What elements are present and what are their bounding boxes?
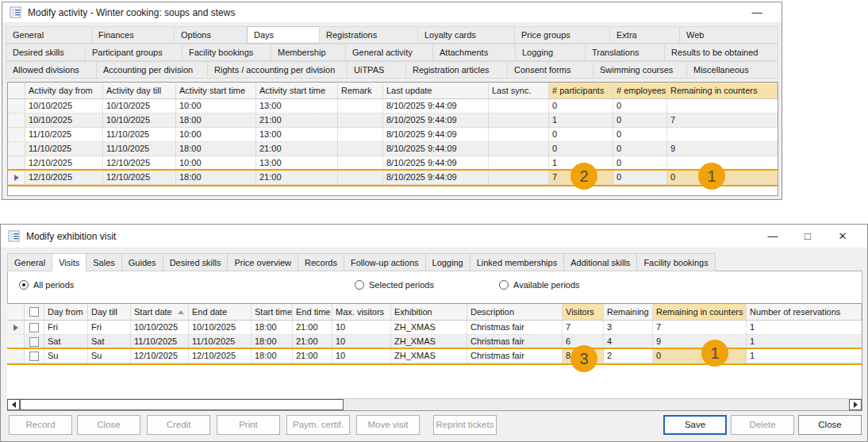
cell[interactable]: Sat xyxy=(88,335,131,348)
column-header[interactable]: Activity start time xyxy=(176,83,256,98)
cell[interactable]: 18:00 xyxy=(176,142,256,156)
payment-certificate-button[interactable]: Paym. certif. xyxy=(286,415,350,435)
cell[interactable]: 1 xyxy=(747,335,862,348)
save-button[interactable]: Save xyxy=(663,415,727,435)
cell[interactable]: ZH_XMAS xyxy=(391,335,467,348)
activity-row[interactable]: 10/10/2025 10/10/2025 18:00 21:00 8/10/2… xyxy=(8,113,778,128)
cell[interactable]: 10:00 xyxy=(176,99,256,113)
row-selector-cell[interactable] xyxy=(8,171,25,184)
close-button[interactable]: ✕ xyxy=(825,225,860,248)
cell[interactable] xyxy=(667,99,778,113)
cell[interactable]: 13:00 xyxy=(256,99,338,113)
credit-button[interactable]: Credit xyxy=(147,415,210,435)
tab-desired-skills[interactable]: Desired skills xyxy=(6,44,85,61)
cell[interactable]: 12/10/2025 xyxy=(131,349,189,363)
cell-reservations[interactable]: 1 xyxy=(747,349,862,363)
cell[interactable]: 10/10/2025 xyxy=(25,113,103,127)
tab-desired-skills[interactable]: Desired skills xyxy=(163,253,228,271)
tab-accounting-per-division[interactable]: Accounting per division xyxy=(96,61,207,79)
tab-translations[interactable]: Translations xyxy=(585,44,664,61)
tab-guides[interactable]: Guides xyxy=(121,253,163,271)
cell[interactable]: 18:00 xyxy=(252,335,293,348)
radio-available-periods[interactable]: Available periods xyxy=(499,280,580,290)
activity-row[interactable]: 11/10/2025 11/10/2025 18:00 21:00 8/10/2… xyxy=(8,142,778,156)
cell[interactable]: 7 xyxy=(653,321,747,334)
column-header[interactable]: Day from xyxy=(44,304,88,320)
cell-employees[interactable]: 0 xyxy=(613,171,667,184)
column-header-reservations[interactable]: Number of reservations xyxy=(747,304,862,320)
cell[interactable]: 12/10/2025 xyxy=(25,156,103,170)
cell[interactable] xyxy=(338,99,383,113)
cell[interactable]: 1 xyxy=(549,113,613,127)
tab-sales[interactable]: Sales xyxy=(86,253,121,271)
cell[interactable]: 0 xyxy=(549,128,613,141)
cell[interactable]: 21:00 xyxy=(256,142,338,156)
cell[interactable]: Christmas fair xyxy=(467,349,563,363)
cell[interactable]: 10/10/2025 xyxy=(131,321,189,334)
tab-additional-skills[interactable]: Additional skills xyxy=(563,253,636,271)
cell[interactable] xyxy=(338,171,383,184)
cell[interactable]: 11/10/2025 xyxy=(103,142,176,156)
tab-options[interactable]: Options xyxy=(174,26,247,44)
cell[interactable]: 8/10/2025 9:44:09 xyxy=(383,171,489,184)
radio-all-periods[interactable]: All periods xyxy=(19,280,74,290)
cell[interactable]: 18:00 xyxy=(176,113,256,127)
tab-facility-bookings[interactable]: Facility bookings xyxy=(636,253,715,271)
cell[interactable]: 1 xyxy=(747,321,862,334)
cell[interactable]: Christmas fair xyxy=(467,321,563,334)
column-header-remaining[interactable]: Remaining xyxy=(604,304,653,320)
cell[interactable]: 7 xyxy=(667,113,778,127)
cell[interactable]: 11/10/2025 xyxy=(131,335,189,348)
column-header-employees[interactable]: # employees xyxy=(613,83,667,98)
cell[interactable]: 18:00 xyxy=(252,349,293,363)
tab-general[interactable]: General xyxy=(7,253,52,271)
row-selector-cell[interactable] xyxy=(8,113,25,127)
tab-registration-articles[interactable]: Registration articles xyxy=(405,61,507,79)
cell[interactable]: 18:00 xyxy=(176,171,256,184)
visit-row[interactable]: Sat Sat 11/10/2025 11/10/2025 18:00 21:0… xyxy=(7,335,862,349)
cell[interactable]: 8/10/2025 9:44:09 xyxy=(383,128,489,141)
cell[interactable] xyxy=(667,128,778,141)
tab-price-groups[interactable]: Price groups xyxy=(514,26,609,44)
cell[interactable]: 0 xyxy=(549,142,613,156)
cell[interactable]: 4 xyxy=(604,335,653,348)
cell[interactable]: 12/10/2025 xyxy=(103,171,176,184)
cell[interactable]: 11/10/2025 xyxy=(25,128,103,141)
tab-miscellaneous[interactable]: Miscellaneous xyxy=(686,61,778,79)
cell[interactable]: 13:00 xyxy=(256,156,338,170)
close-visit-button[interactable]: Close xyxy=(77,415,140,435)
minimize-button[interactable]: — xyxy=(755,225,790,248)
move-visit-button[interactable]: Move visit xyxy=(356,415,420,435)
column-header-visitors[interactable]: Visitors xyxy=(563,304,604,320)
tab-membership[interactable]: Membership xyxy=(271,44,345,61)
tab-general-activity[interactable]: General activity xyxy=(345,44,432,61)
cell[interactable]: 0 xyxy=(613,99,667,113)
radio-selected-periods[interactable]: Selected periods xyxy=(355,280,434,290)
tab-participant-groups[interactable]: Participant groups xyxy=(85,44,182,61)
row-checkbox-cell[interactable] xyxy=(25,335,44,348)
cell[interactable]: 9 xyxy=(653,335,747,348)
scroll-right-button[interactable] xyxy=(849,399,862,410)
column-header[interactable]: Last sync. xyxy=(489,83,549,98)
cell[interactable]: Su xyxy=(88,349,131,363)
cell[interactable]: 18:00 xyxy=(252,321,293,334)
column-header[interactable]: End time xyxy=(293,304,332,320)
minimize-button[interactable]: — xyxy=(739,2,774,22)
tab-follow-up-actions[interactable]: Follow-up actions xyxy=(344,253,425,271)
activity-row[interactable]: 12/10/2025 12/10/2025 10:00 13:00 8/10/2… xyxy=(8,156,778,171)
scrollbar-track[interactable] xyxy=(344,399,849,410)
cell[interactable]: 11/10/2025 xyxy=(189,335,252,348)
cell[interactable]: ZH_XMAS xyxy=(391,349,467,363)
column-header[interactable]: Description xyxy=(467,304,563,320)
column-header[interactable]: Day till xyxy=(88,304,131,320)
cell[interactable]: 11/10/2025 xyxy=(103,128,176,141)
maximize-button[interactable]: □ xyxy=(790,225,825,248)
cell[interactable]: 9 xyxy=(667,142,778,156)
cell[interactable]: 0 xyxy=(549,99,613,113)
cell[interactable]: 10:00 xyxy=(176,156,256,170)
cell-remaining[interactable]: 2 xyxy=(604,349,653,363)
tab-results-to-be-obtained[interactable]: Results to be obtained xyxy=(664,44,778,61)
column-header[interactable]: Activity start time xyxy=(256,83,338,98)
cell[interactable]: Christmas fair xyxy=(467,335,563,348)
cell[interactable]: 8/10/2025 9:44:09 xyxy=(383,99,489,113)
